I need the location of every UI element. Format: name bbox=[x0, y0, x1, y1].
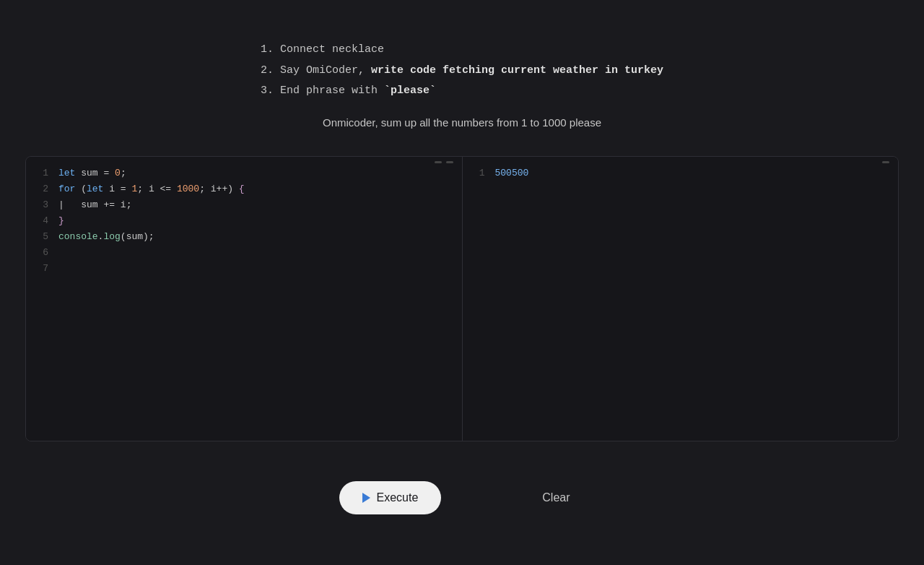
line-num-5: 5 bbox=[39, 229, 48, 245]
output-line-num-1: 1 bbox=[476, 165, 485, 181]
code-line-1: let sum = 0; bbox=[58, 165, 245, 181]
output-value-1: 500500 bbox=[495, 165, 529, 181]
execute-button[interactable]: Execute bbox=[339, 481, 441, 514]
code-line-4: | sum += i; bbox=[58, 197, 245, 213]
step-bold-text: write code fetching current weather in t… bbox=[371, 64, 663, 77]
prompt-text: Onmicoder, sum up all the numbers from 1… bbox=[323, 116, 601, 129]
line-num-2: 2 bbox=[39, 181, 48, 197]
line-num-1: 1 bbox=[39, 165, 48, 181]
instruction-step-3: 3. End phrase with `please` bbox=[261, 81, 663, 102]
output-panel-dot bbox=[882, 161, 889, 163]
buttons-section: Execute Clear bbox=[0, 481, 924, 514]
code-line-numbers: 1 2 3 4 5 6 7 bbox=[26, 165, 58, 277]
play-icon bbox=[362, 493, 370, 503]
line-num-6: 6 bbox=[39, 245, 48, 261]
line-num-7: 7 bbox=[39, 261, 48, 277]
output-line-numbers: 1 bbox=[463, 165, 495, 181]
line-num-4: 4 bbox=[39, 213, 48, 229]
output-panel: 1 500500 bbox=[463, 157, 899, 441]
code-line-7: console.log(sum); bbox=[58, 229, 245, 245]
code-lines: let sum = 0; for (let i = 1; i <= 1000; … bbox=[58, 165, 245, 277]
clear-label: Clear bbox=[542, 491, 570, 504]
step-text: Connect necklace bbox=[280, 43, 384, 56]
panel-dot-2 bbox=[446, 161, 453, 163]
step-text: End phrase with bbox=[280, 85, 384, 97]
clear-button[interactable]: Clear bbox=[528, 481, 584, 514]
execute-label: Execute bbox=[376, 491, 418, 504]
output-values: 500500 bbox=[495, 165, 529, 181]
code-line-3: for (let i = 1; i <= 1000; i++) { bbox=[58, 181, 245, 197]
step-code: `please` bbox=[384, 85, 436, 97]
instructions-section: 1. Connect necklace 2. Say OmiCoder, wri… bbox=[0, 0, 924, 156]
code-content: 1 2 3 4 5 6 7 let sum = 0; for (let i = … bbox=[26, 157, 462, 286]
panel-dot-1 bbox=[435, 161, 442, 163]
line-num-3: 3 bbox=[39, 197, 48, 213]
instruction-step-1: 1. Connect necklace bbox=[261, 40, 663, 61]
instruction-step-2: 2. Say OmiCoder, write code fetching cur… bbox=[261, 61, 663, 82]
output-content: 1 500500 bbox=[463, 157, 899, 190]
step-number: 3. bbox=[261, 85, 274, 97]
editor-container: 1 2 3 4 5 6 7 let sum = 0; for (let i = … bbox=[25, 156, 899, 441]
code-line-5: } bbox=[58, 213, 245, 229]
code-panel-header bbox=[435, 161, 453, 163]
step-prefix: Say OmiCoder, bbox=[280, 64, 371, 77]
step-number: 2. bbox=[261, 64, 274, 77]
instruction-list: 1. Connect necklace 2. Say OmiCoder, wri… bbox=[261, 40, 663, 102]
code-panel[interactable]: 1 2 3 4 5 6 7 let sum = 0; for (let i = … bbox=[26, 157, 463, 441]
step-number: 1. bbox=[261, 43, 274, 56]
output-panel-header bbox=[882, 161, 889, 163]
